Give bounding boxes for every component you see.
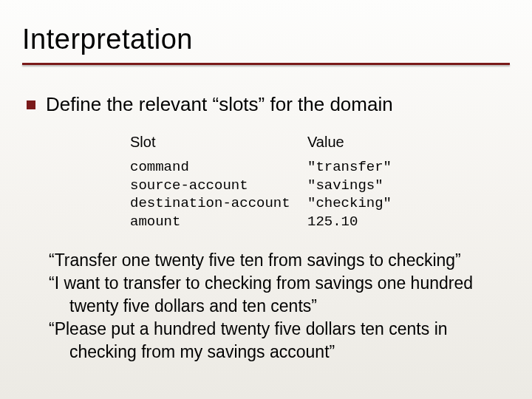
example-line: “Please put a hundred twenty five dollar… (49, 318, 505, 364)
example-line: “Transfer one twenty five ten from savin… (49, 249, 505, 272)
bullet-icon (27, 100, 35, 109)
cell-value: "checking" (307, 194, 455, 213)
col-header-value: Value (307, 134, 455, 151)
slide-title: Interpretation (22, 24, 510, 66)
cell-value: "transfer" (307, 158, 455, 177)
table-row: destination-account "checking" (130, 194, 510, 213)
bullet-text: Define the relevant “slots” for the doma… (46, 93, 393, 116)
slide-body: Define the relevant “slots” for the doma… (22, 93, 510, 364)
cell-slot: source-account (130, 177, 307, 195)
cell-slot: destination-account (130, 194, 307, 213)
cell-slot: command (130, 158, 307, 177)
title-underline (22, 63, 510, 65)
cell-value: "savings" (307, 177, 455, 195)
bullet-item: Define the relevant “slots” for the doma… (27, 93, 510, 116)
table-header-row: Slot Value (130, 134, 510, 158)
cell-slot: amount (130, 213, 307, 231)
table-row: command "transfer" (130, 158, 510, 177)
example-line: “I want to transfer to checking from sav… (49, 272, 505, 318)
cell-value: 125.10 (307, 213, 455, 231)
col-header-slot: Slot (130, 134, 307, 151)
slide: Interpretation Define the relevant “slot… (0, 0, 532, 399)
table-row: amount 125.10 (130, 213, 510, 231)
example-utterances: “Transfer one twenty five ten from savin… (27, 249, 510, 364)
slot-table: Slot Value command "transfer" source-acc… (130, 134, 510, 231)
table-row: source-account "savings" (130, 177, 510, 195)
